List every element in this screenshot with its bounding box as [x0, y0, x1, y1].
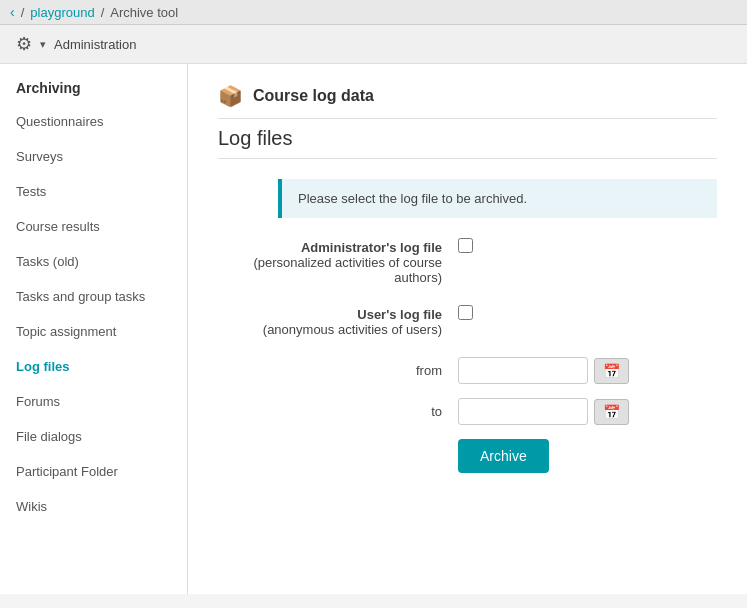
cube-icon: 📦	[218, 84, 243, 108]
sidebar-item-topic-assignment[interactable]: Topic assignment	[0, 314, 187, 349]
to-row: to 📅	[218, 398, 717, 425]
sidebar-item-forums[interactable]: Forums	[0, 384, 187, 419]
user-log-control	[458, 305, 473, 320]
user-log-checkbox[interactable]	[458, 305, 473, 320]
to-label: to	[218, 404, 458, 419]
sidebar-item-file-dialogs[interactable]: File dialogs	[0, 419, 187, 454]
topbar: ‹ / playground / Archive tool	[0, 0, 747, 25]
sidebar-item-participant-folder[interactable]: Participant Folder	[0, 454, 187, 489]
content-header: 📦 Course log data	[218, 84, 717, 119]
admin-log-row: Administrator's log file (personalized a…	[218, 238, 717, 285]
chevron-down-icon: ▾	[40, 38, 46, 51]
breadcrumb-current: Archive tool	[110, 5, 178, 20]
sidebar: Archiving Questionnaires Surveys Tests C…	[0, 64, 188, 594]
admin-label: Administration	[54, 37, 136, 52]
sidebar-item-surveys[interactable]: Surveys	[0, 139, 187, 174]
form-area: Administrator's log file (personalized a…	[218, 238, 717, 473]
separator: /	[21, 5, 25, 20]
archive-row: Archive	[458, 439, 717, 473]
sidebar-item-course-results[interactable]: Course results	[0, 209, 187, 244]
content-area: 📦 Course log data Log files Please selec…	[188, 64, 747, 594]
user-log-label: User's log file (anonymous activities of…	[218, 305, 458, 337]
adminbar: ⚙ ▾ Administration	[0, 25, 747, 64]
from-date-input[interactable]	[458, 357, 588, 384]
sidebar-item-questionnaires[interactable]: Questionnaires	[0, 104, 187, 139]
section-title: Course log data	[253, 87, 374, 105]
sidebar-item-tasks-group[interactable]: Tasks and group tasks	[0, 279, 187, 314]
sidebar-item-log-files[interactable]: Log files	[0, 349, 187, 384]
main-layout: Archiving Questionnaires Surveys Tests C…	[0, 64, 747, 594]
archive-button[interactable]: Archive	[458, 439, 549, 473]
from-label: from	[218, 363, 458, 378]
gear-icon: ⚙	[16, 33, 32, 55]
page-subtitle: Log files	[218, 127, 717, 159]
from-control: 📅	[458, 357, 629, 384]
sidebar-item-tests[interactable]: Tests	[0, 174, 187, 209]
admin-log-control	[458, 238, 473, 253]
sidebar-item-tasks-old[interactable]: Tasks (old)	[0, 244, 187, 279]
to-date-input[interactable]	[458, 398, 588, 425]
info-box: Please select the log file to be archive…	[278, 179, 717, 218]
sidebar-item-wikis[interactable]: Wikis	[0, 489, 187, 524]
admin-log-label: Administrator's log file (personalized a…	[218, 238, 458, 285]
user-log-row: User's log file (anonymous activities of…	[218, 305, 717, 337]
breadcrumb-home[interactable]: playground	[30, 5, 94, 20]
back-button[interactable]: ‹	[10, 4, 15, 20]
from-calendar-button[interactable]: 📅	[594, 358, 629, 384]
sidebar-section-title: Archiving	[0, 64, 187, 104]
separator2: /	[101, 5, 105, 20]
to-control: 📅	[458, 398, 629, 425]
admin-log-checkbox[interactable]	[458, 238, 473, 253]
from-row: from 📅	[218, 357, 717, 384]
to-calendar-button[interactable]: 📅	[594, 399, 629, 425]
